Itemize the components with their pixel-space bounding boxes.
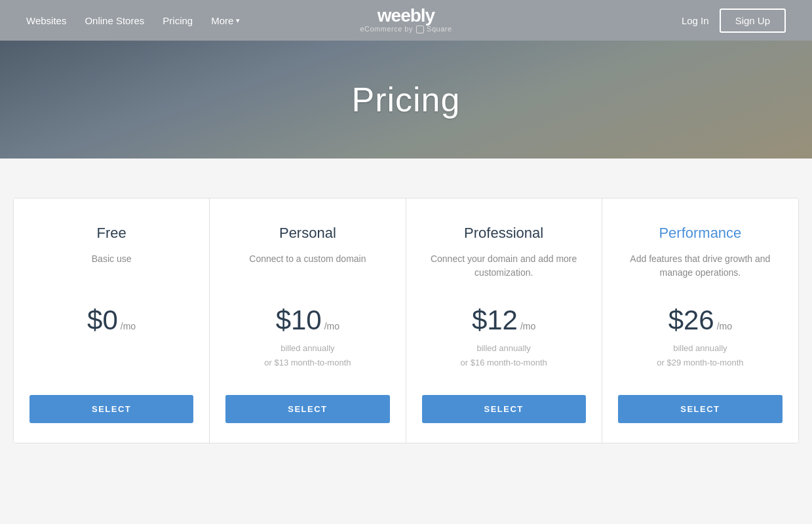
chevron-down-icon: ▾ <box>236 16 240 25</box>
logo-sub: eCommerce by Square <box>360 25 452 33</box>
plan-card-personal: Personal Connect to a custom domain $10 … <box>210 198 406 443</box>
nav-right: Log In Sign Up <box>682 9 786 33</box>
hero-title: Pricing <box>352 80 461 119</box>
price-dollar-performance: $26 <box>668 305 714 336</box>
price-period-free: /mo <box>121 321 136 331</box>
plan-card-performance: Performance Add features that drive grow… <box>602 198 798 443</box>
nav-online-stores[interactable]: Online Stores <box>85 15 144 26</box>
select-button-personal[interactable]: SELECT <box>225 395 389 423</box>
plan-name-professional: Professional <box>464 225 543 242</box>
price-block-free: $0 /mo <box>87 305 136 336</box>
select-button-free[interactable]: SELECT <box>29 395 193 423</box>
logo-text: weebly <box>360 7 452 25</box>
nav-websites[interactable]: Websites <box>26 15 66 26</box>
select-button-professional[interactable]: SELECT <box>422 395 586 423</box>
plan-name-personal: Personal <box>279 225 336 242</box>
pricing-section: Free Basic use $0 /mo SELECT Personal Co… <box>0 159 812 470</box>
billing-info-personal: billed annually or $13 month-to-month <box>264 341 351 375</box>
logo[interactable]: weebly eCommerce by Square <box>360 7 452 33</box>
pricing-grid: Free Basic use $0 /mo SELECT Personal Co… <box>13 198 799 443</box>
hero-section: Pricing <box>0 41 812 159</box>
price-dollar-free: $0 <box>87 305 118 336</box>
nav-pricing[interactable]: Pricing <box>163 15 193 26</box>
price-block-personal: $10 /mo <box>276 305 339 336</box>
plan-desc-professional: Connect your domain and add more customi… <box>422 252 586 285</box>
plan-card-free: Free Basic use $0 /mo SELECT <box>14 198 210 443</box>
plan-desc-personal: Connect to a custom domain <box>249 252 366 285</box>
signup-button[interactable]: Sign Up <box>720 9 786 33</box>
plan-name-performance: Performance <box>659 225 741 242</box>
plan-desc-free: Basic use <box>92 252 132 285</box>
billing-info-professional: billed annually or $16 month-to-month <box>461 341 547 375</box>
square-icon <box>416 26 424 33</box>
price-period-personal: /mo <box>324 321 339 331</box>
plan-card-professional: Professional Connect your domain and add… <box>406 198 602 443</box>
nav-more[interactable]: More ▾ <box>211 15 240 26</box>
price-block-performance: $26 /mo <box>668 305 732 336</box>
nav-left: Websites Online Stores Pricing More ▾ <box>26 15 240 26</box>
price-dollar-personal: $10 <box>276 305 322 336</box>
login-link[interactable]: Log In <box>682 15 709 26</box>
select-button-performance[interactable]: SELECT <box>618 395 783 423</box>
billing-info-performance: billed annually or $29 month-to-month <box>657 341 743 375</box>
price-period-performance: /mo <box>717 321 732 331</box>
plan-name-free: Free <box>97 225 126 242</box>
price-dollar-professional: $12 <box>472 305 518 336</box>
plan-desc-performance: Add features that drive growth and manag… <box>618 252 783 285</box>
header: Websites Online Stores Pricing More ▾ we… <box>0 0 812 41</box>
price-period-professional: /mo <box>520 321 535 331</box>
price-block-professional: $12 /mo <box>472 305 535 336</box>
